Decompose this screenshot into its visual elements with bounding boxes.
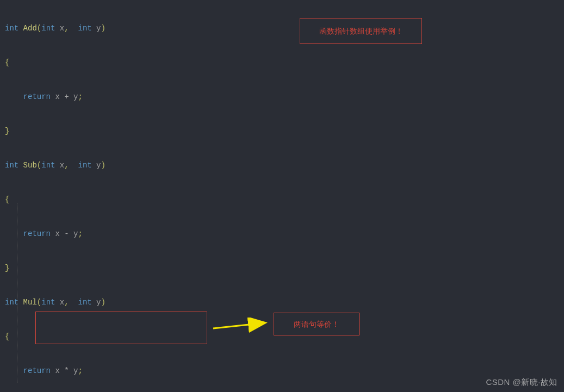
code-line[interactable]: } bbox=[3, 263, 564, 274]
code-line[interactable]: { bbox=[3, 57, 564, 69]
code-line[interactable]: return x - y; bbox=[3, 228, 564, 240]
code-line[interactable]: return x * y; bbox=[3, 365, 564, 377]
code-line[interactable]: { bbox=[3, 194, 564, 206]
indent-guide bbox=[17, 203, 18, 383]
code-line[interactable]: int Mul(int x, int y) bbox=[3, 297, 564, 308]
annotation-box-equiv: 两语句等价！ bbox=[274, 313, 360, 335]
annotation-text: 函数指针数组使用举例！ bbox=[300, 18, 422, 43]
code-line[interactable]: } bbox=[3, 126, 564, 137]
code-line[interactable]: int Sub(int x, int y) bbox=[3, 160, 564, 171]
svg-line-1 bbox=[213, 323, 264, 328]
watermark-text: CSDN @新晓·故知 bbox=[486, 376, 557, 388]
code-line[interactable]: int Add(int x, int y) bbox=[3, 23, 564, 34]
annotation-text: 两语句等价！ bbox=[274, 313, 359, 335]
arrow-annotation-icon bbox=[210, 318, 272, 333]
annotation-box-code bbox=[35, 312, 207, 344]
code-line[interactable]: return x + y; bbox=[3, 91, 564, 103]
code-editor: int Add(int x, int y) { return x + y; } … bbox=[0, 0, 564, 392]
annotation-box-example: 函数指针数组使用举例！ bbox=[300, 18, 422, 44]
